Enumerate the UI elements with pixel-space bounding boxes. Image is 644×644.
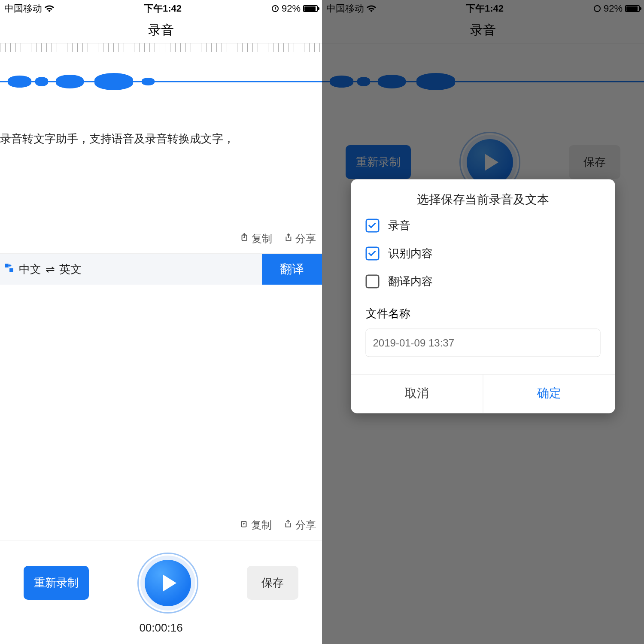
waveform[interactable] bbox=[0, 43, 322, 120]
checkbox-icon bbox=[366, 274, 380, 288]
copy-button[interactable]: 复制 bbox=[240, 232, 272, 246]
translation-result[interactable] bbox=[0, 285, 322, 512]
filename-label: 文件名称 bbox=[366, 306, 601, 321]
cancel-label: 取消 bbox=[405, 386, 429, 400]
rerecord-button[interactable]: 重新录制 bbox=[24, 566, 89, 600]
copy-icon bbox=[240, 233, 249, 245]
playback-controls: 重新录制 保存 00:00:16 bbox=[0, 541, 322, 644]
filename-input[interactable] bbox=[366, 329, 601, 357]
share-icon bbox=[283, 233, 293, 245]
copy-icon bbox=[239, 519, 252, 531]
checkbox-recording[interactable]: 录音 bbox=[366, 218, 601, 233]
status-bar: 中国移动 下午1:42 92% bbox=[0, 0, 322, 17]
screen-recording: 中国移动 下午1:42 92% 录音 录音转文字助手，支持语音及录音转换成文字， bbox=[0, 0, 322, 644]
rerecord-label: 重新录制 bbox=[34, 576, 79, 589]
share-button[interactable]: 分享 bbox=[283, 232, 316, 246]
cancel-button[interactable]: 取消 bbox=[351, 375, 483, 413]
share-label: 分享 bbox=[295, 232, 316, 246]
waveform-blob bbox=[35, 77, 48, 86]
navbar: 录音 bbox=[0, 17, 322, 43]
checkbox-label: 录音 bbox=[388, 218, 410, 233]
checkbox-label: 识别内容 bbox=[388, 246, 433, 261]
swap-icon: ⇌ bbox=[46, 263, 55, 276]
translate-bar: 中文 ⇌ 英文 翻译 bbox=[0, 254, 322, 285]
checkbox-label: 翻译内容 bbox=[388, 274, 433, 289]
clock-label: 下午1:42 bbox=[144, 2, 182, 15]
save-label: 保存 bbox=[261, 576, 284, 589]
battery-icon bbox=[303, 5, 318, 12]
share-button-2[interactable]: 分享 bbox=[283, 518, 316, 532]
confirm-button[interactable]: 确定 bbox=[483, 375, 615, 413]
language-pair-button[interactable]: 中文 ⇌ 英文 bbox=[0, 262, 262, 277]
copy-button-2[interactable]: 复制 bbox=[239, 518, 272, 532]
rotation-lock-icon bbox=[271, 5, 279, 12]
elapsed-time: 00:00:16 bbox=[139, 621, 182, 635]
share-label: 分享 bbox=[295, 519, 316, 531]
battery-pct-label: 92% bbox=[282, 3, 301, 14]
save-options: 录音 识别内容 翻译内容 bbox=[351, 218, 615, 293]
dialog-title: 选择保存当前录音及文本 bbox=[351, 179, 615, 218]
waveform-blob bbox=[94, 73, 133, 90]
waveform-blob bbox=[8, 76, 31, 88]
transcription-text[interactable]: 录音转文字助手，支持语音及录音转换成文字， bbox=[0, 120, 322, 228]
carrier-label: 中国移动 bbox=[4, 2, 42, 15]
save-button[interactable]: 保存 bbox=[247, 566, 298, 600]
time-ruler bbox=[0, 43, 322, 52]
translate-button-label: 翻译 bbox=[280, 261, 304, 277]
translate-button[interactable]: 翻译 bbox=[262, 254, 322, 285]
share-icon bbox=[283, 519, 295, 531]
copy-label: 复制 bbox=[251, 519, 272, 531]
waveform-blob bbox=[56, 75, 84, 88]
confirm-label: 确定 bbox=[537, 386, 561, 400]
checkbox-translation[interactable]: 翻译内容 bbox=[366, 274, 601, 289]
lang-from: 中文 bbox=[19, 262, 41, 277]
copy-label: 复制 bbox=[252, 232, 272, 246]
page-title: 录音 bbox=[148, 21, 174, 39]
checkbox-icon bbox=[366, 219, 380, 232]
lang-to: 英文 bbox=[59, 262, 82, 277]
save-dialog: 选择保存当前录音及文本 录音 识别内容 翻译内容 文件名称 取消 bbox=[351, 179, 615, 413]
play-button[interactable] bbox=[136, 551, 200, 615]
translate-icon bbox=[3, 262, 15, 276]
screen-save-dialog: 中国移动 下午1:42 92% 录音 bbox=[322, 0, 644, 644]
checkbox-icon bbox=[366, 246, 380, 260]
translation-actions: 复制 分享 bbox=[0, 512, 322, 541]
waveform-blob bbox=[142, 78, 155, 85]
waveform-baseline bbox=[0, 81, 322, 82]
text-actions: 复制 分享 bbox=[0, 228, 322, 254]
dialog-buttons: 取消 确定 bbox=[351, 374, 615, 413]
checkbox-transcription[interactable]: 识别内容 bbox=[366, 246, 601, 261]
wifi-icon bbox=[45, 5, 54, 12]
